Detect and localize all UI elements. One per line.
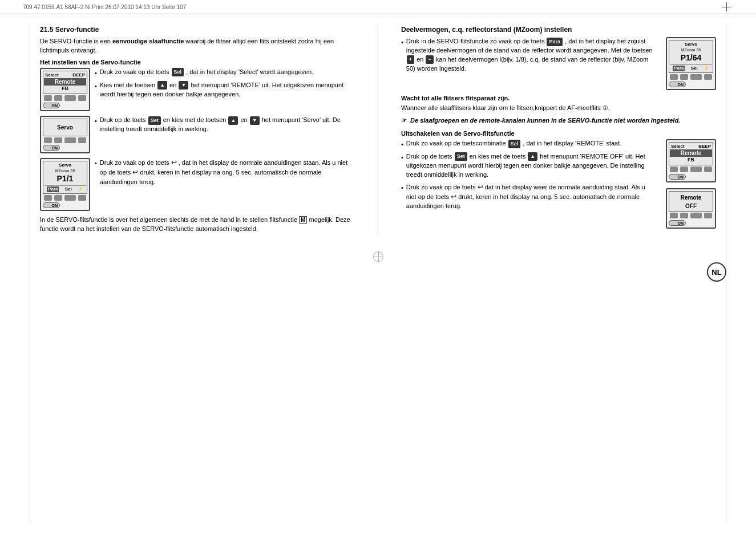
bullet-right-1-text: • Druk in de SERVO-flitsfunctie zo vaak … [401,37,657,76]
nl-badge: NL [707,262,726,282]
header-text: 709 47 0159.A1 58AF-2 Ni Print 26.07.201… [23,4,186,10]
btn-down [54,95,62,101]
btn-up-r3a [670,167,678,172]
btn-return-r1 [704,74,712,80]
btn-return-2 [78,137,86,143]
buttons-row-r3b [669,213,713,218]
column-divider [378,26,378,237]
btn-up-2 [44,137,52,143]
off-label-r3b: OFF [670,202,712,210]
section3-title: Uitschakelen van de Servo-flitsfunctie [401,130,716,137]
device-display-1: Select BEEP Remote FB ON [40,68,90,111]
buttons-row-r3a [669,167,713,172]
subsection1-title: Het instellen van de Servo-functie [40,59,355,66]
switch-row-r3a: ON [669,174,713,180]
switch-row-r1: ON [669,82,713,87]
screen-r1: Servo MZoom 35 P1/64 Para Sel ⚡ [669,40,713,73]
power-switch-r3b: ON [669,220,686,226]
fb-r3a: FB [670,157,712,164]
btn-down-2 [54,137,62,143]
power-switch-2: ON [43,145,60,151]
servo-label-3: Servo [44,163,86,168]
intro-text: De SERVO-functie is een eenvoudige slaaf… [40,37,355,55]
bullet-right-3-text: • Druk zo vaak op de toetscombinatie Sel… [401,139,657,214]
screen-2: Servo [43,119,87,136]
bottom-row-3: Para Sel ⚡ [44,185,86,192]
btn-down-r1 [680,74,688,80]
btn-up-r1 [670,74,678,80]
section-title-left: 21.5 Servo-functie [40,26,355,34]
flash-unit-2: Servo ON • Druk op de t [40,116,355,153]
right-column: Deelvermogen, c.q. reflectorstand (MZoom… [395,26,722,237]
screen-1: Select BEEP Remote FB [43,71,87,94]
btn-set-2 [64,137,76,143]
servo-label-r1: Servo [670,42,712,47]
note-block: ☞ De slaafgroepen en de remote-kanalen k… [401,116,716,125]
section2-title: Wacht tot alle flitsers flitsparaat zijn… [401,95,716,102]
flash-unit-3: Servo MZoom 35 P1/1 Para Sel ⚡ [40,158,355,211]
bottom-row-r1: Para Sel ⚡ [670,64,712,71]
flash-unit-right-1: • Druk in de SERVO-flitsfunctie zo vaak … [401,37,716,90]
switch-row-r3b: ON [669,220,713,226]
btn-return-3 [78,195,86,201]
screen-r3a: Select BEEP Remote FB [669,142,713,165]
p-value-3: P1/1 [44,173,86,184]
main-content: 21.5 Servo-functie De SERVO-functie is e… [0,14,756,249]
bullet-r3c: • Druk zo vaak op de toets ↩ dat in het … [401,182,657,212]
btn-set-r1 [690,74,702,80]
switch-row-2: ON [43,145,87,151]
section-title-right: Deelvermogen, c.q. reflectorstand (MZoom… [401,26,716,34]
btn-return-r3a [704,167,712,172]
btn-up [44,95,52,101]
buttons-row-3 [43,195,87,201]
remote-label-r3b: Remote [670,193,712,202]
bullet-3a: • Druk zo vaak op de toets ↩ , dat in he… [95,158,355,187]
screen-r3b: Remote OFF [669,191,713,212]
power-switch-r3a: ON [669,174,686,180]
switch-row-3: ON [43,202,87,208]
btn-up-3 [44,195,52,201]
btn-down-r3b [680,213,688,218]
switch-row-1: ON [43,103,87,108]
device-display-3: Servo MZoom 35 P1/1 Para Sel ⚡ [40,158,90,211]
device-display-2: Servo ON [40,116,90,153]
bullet-text-1: • Druk zo vaak op de toets Sel , dat in … [95,68,355,102]
buttons-row-2 [43,137,87,143]
btn-down-r3a [680,167,688,172]
bullet-r3a: • Druk zo vaak op de toetscombinatie Sel… [401,139,657,149]
header-crosshair-icon [722,2,731,11]
buttons-row-1 [43,95,87,101]
flash-unit-1: Select BEEP Remote FB ON [40,68,355,111]
btn-set [64,95,76,101]
pval-r1: P1/64 [670,52,712,63]
servo-label-2: Servo [44,120,86,135]
bullet-2a: • Druk op de toets Set en kies met de to… [95,116,355,134]
bullet-text-3: • Druk zo vaak op de toets ↩ , dat in he… [95,158,355,190]
power-switch-3: ON [43,202,60,208]
bullet-text-2: • Druk op de toets Set en kies met de to… [95,116,355,137]
mzoom-label-3: MZoom 35 [44,168,86,173]
btn-return-r3b [704,213,712,218]
device-display-r3a: Select BEEP Remote FB [666,139,716,182]
servo-para: In de SERVO-flitsfunctie is over het alg… [40,216,355,234]
btn-down-3 [54,195,62,201]
fb-label: FB [44,86,86,92]
btn-return [78,95,86,101]
btn-set-r3a [690,167,702,172]
mzoom-r1: MZoom 35 [670,47,712,52]
bullet-1a: • Druk zo vaak op de toets Sel , dat in … [95,68,355,78]
select-strip-r3a: Select BEEP [670,144,712,149]
page-number: 107 [0,265,756,283]
btn-set-3 [64,195,76,201]
power-switch: ON [43,103,60,108]
left-column: 21.5 Servo-functie De SERVO-functie is e… [34,26,361,237]
btn-up-r3b [670,213,678,218]
bullet-1b: • Kies met de toetsen ▲ en ▼ het menupun… [95,81,355,99]
buttons-row-r1 [669,74,713,80]
bottom-crosshair [0,249,756,265]
bullet-r3b: • Druk op de toets Set en kies met de to… [401,152,657,180]
margin-left [30,23,30,521]
device-display-right-1: Servo MZoom 35 P1/64 Para Sel ⚡ [666,37,716,90]
remote-highlight-r3a: Remote [670,149,712,157]
flash-unit-right-3: • Druk zo vaak op de toetscombinatie Sel… [401,139,716,229]
